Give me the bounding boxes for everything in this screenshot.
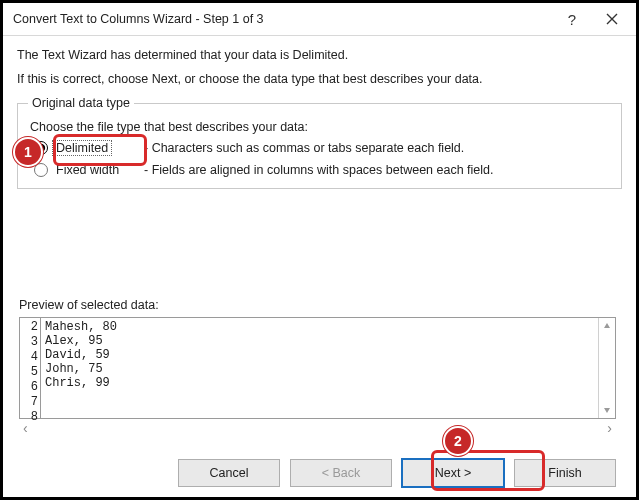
next-button[interactable]: Next >	[402, 459, 504, 487]
radio-delimited-label: Delimited	[52, 140, 112, 156]
finish-button[interactable]: Finish	[514, 459, 616, 487]
scroll-down-icon[interactable]	[599, 402, 615, 418]
preview-hscroll[interactable]: ‹ ›	[19, 421, 616, 437]
annotation-callout-1: 1	[13, 137, 43, 167]
radio-fixed-width-desc: - Fields are aligned in columns with spa…	[144, 163, 611, 177]
scroll-up-icon[interactable]	[599, 318, 615, 334]
radio-fixed-width[interactable]: Fixed width	[34, 162, 144, 178]
radio-fixed-width-input[interactable]	[34, 163, 48, 177]
cancel-button[interactable]: Cancel	[178, 459, 280, 487]
back-button: < Back	[290, 459, 392, 487]
intro-line-1: The Text Wizard has determined that your…	[17, 48, 622, 62]
dialog-title: Convert Text to Columns Wizard - Step 1 …	[13, 12, 552, 26]
annotation-callout-2: 2	[443, 426, 473, 456]
original-data-type-group: Original data type Choose the file type …	[17, 96, 622, 189]
preview-vscroll[interactable]	[598, 318, 615, 418]
radio-delimited-desc: - Characters such as commas or tabs sepa…	[144, 141, 611, 155]
preview-line-numbers: 2 3 4 5 6 7 8	[20, 318, 41, 418]
choose-prompt: Choose the file type that best describes…	[30, 120, 611, 134]
preview-pane: 2 3 4 5 6 7 8 Mahesh, 80 Alex, 95 David,…	[19, 317, 616, 419]
titlebar: Convert Text to Columns Wizard - Step 1 …	[3, 3, 636, 36]
radio-fixed-width-label: Fixed width	[52, 162, 123, 178]
scroll-right-icon[interactable]: ›	[603, 421, 616, 437]
help-button[interactable]: ?	[552, 5, 592, 33]
intro-line-2: If this is correct, choose Next, or choo…	[17, 72, 622, 86]
scroll-left-icon[interactable]: ‹	[19, 421, 32, 437]
radio-delimited[interactable]: Delimited	[34, 140, 144, 156]
close-button[interactable]	[592, 5, 632, 33]
close-icon	[606, 13, 618, 25]
dialog-buttons: Cancel < Back Next > Finish	[3, 459, 636, 487]
preview-label: Preview of selected data:	[19, 298, 159, 312]
group-legend: Original data type	[28, 96, 134, 110]
preview-data: Mahesh, 80 Alex, 95 David, 59 John, 75 C…	[41, 318, 598, 418]
